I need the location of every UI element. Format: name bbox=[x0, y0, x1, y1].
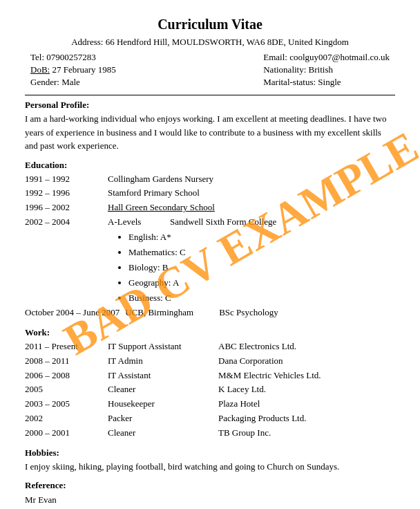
education-title: Education: bbox=[25, 160, 395, 171]
gender-line: Gender: Male bbox=[30, 77, 116, 88]
dob-line: DoB: 27 February 1985 bbox=[30, 64, 116, 75]
work-section: Work: 2011 – Present IT Support Assistan… bbox=[25, 327, 395, 441]
marital-line: Marital-status: Single bbox=[263, 77, 390, 88]
bsc-row: October 2004 – June 2007 UCB, Birmingham… bbox=[25, 306, 395, 320]
contact-right: Email: coolguy007@hotmail.co.uk National… bbox=[263, 52, 390, 88]
work-row-2: 2008 – 2011 IT Admin Dana Corporation bbox=[25, 354, 395, 369]
personal-profile-title: Personal Profile: bbox=[25, 100, 395, 111]
list-item: English: A* bbox=[128, 230, 395, 245]
divider-top bbox=[25, 95, 395, 95]
cv-title: Curriculum Vitae bbox=[25, 17, 395, 33]
personal-profile-text: I am a hard-working individual who enjoy… bbox=[25, 112, 395, 153]
reference-body: Mr Evan Tesco Birmingham, West Midlands,… bbox=[25, 492, 395, 509]
work-row-6: 2002 Packer Packaging Products Ltd. bbox=[25, 411, 395, 426]
address-line: Address: 66 Hendford Hill, MOULDSWORTH, … bbox=[25, 37, 395, 48]
contact-left: Tel: 07900257283 DoB: 27 February 1985 G… bbox=[30, 52, 116, 88]
edu-row-1: 1991 – 1992 Collingham Gardens Nursery bbox=[25, 172, 395, 187]
contact-grid: Tel: 07900257283 DoB: 27 February 1985 G… bbox=[30, 52, 390, 88]
work-row-4: 2005 Cleaner K Lacey Ltd. bbox=[25, 382, 395, 397]
list-item: Mathematics: C bbox=[128, 245, 395, 260]
hobbies-title: Hobbies: bbox=[25, 447, 395, 459]
hobbies-section: Hobbies: I enjoy skiing, hiking, playing… bbox=[25, 447, 395, 474]
nationality-line: Nationality: British bbox=[263, 64, 390, 75]
hobbies-text: I enjoy skiing, hiking, playing football… bbox=[25, 460, 395, 474]
work-row-7: 2000 – 2001 Cleaner TB Group Inc. bbox=[25, 426, 395, 441]
edu-row-alevels: 2002 – 2004 A-Levels Sandwell Sixth Form… bbox=[25, 215, 395, 230]
tel-line: Tel: 07900257283 bbox=[30, 52, 116, 63]
reference-title: Reference: bbox=[25, 480, 395, 491]
work-title: Work: bbox=[25, 327, 395, 338]
cv-page: BAD CV EXAMPLE Curriculum Vitae Address:… bbox=[0, 0, 420, 509]
alevels-bullet-list: English: A* Mathematics: C Biology: B Ge… bbox=[128, 230, 395, 306]
ref-name: Mr Evan bbox=[25, 492, 395, 508]
personal-profile-section: Personal Profile: I am a hard-working in… bbox=[25, 100, 395, 153]
edu-row-2: 1992 – 1996 Stamford Primary School bbox=[25, 186, 395, 201]
work-row-5: 2003 – 2005 Housekeeper Plaza Hotel bbox=[25, 397, 395, 411]
list-item: Business: C bbox=[128, 290, 395, 306]
reference-section: Reference: Mr Evan Tesco Birmingham, Wes… bbox=[25, 480, 395, 509]
email-line: Email: coolguy007@hotmail.co.uk bbox=[263, 52, 390, 63]
edu-row-3: 1996 – 2002 Hall Green Secondary School bbox=[25, 201, 395, 215]
work-row-1: 2011 – Present IT Support Assistant ABC … bbox=[25, 340, 395, 354]
list-item: Geography: A bbox=[128, 275, 395, 290]
list-item: Biology: B bbox=[128, 260, 395, 275]
work-row-3: 2006 – 2008 IT Assistant M&M Electric Ve… bbox=[25, 369, 395, 383]
education-section: Education: 1991 – 1992 Collingham Garden… bbox=[25, 160, 395, 320]
